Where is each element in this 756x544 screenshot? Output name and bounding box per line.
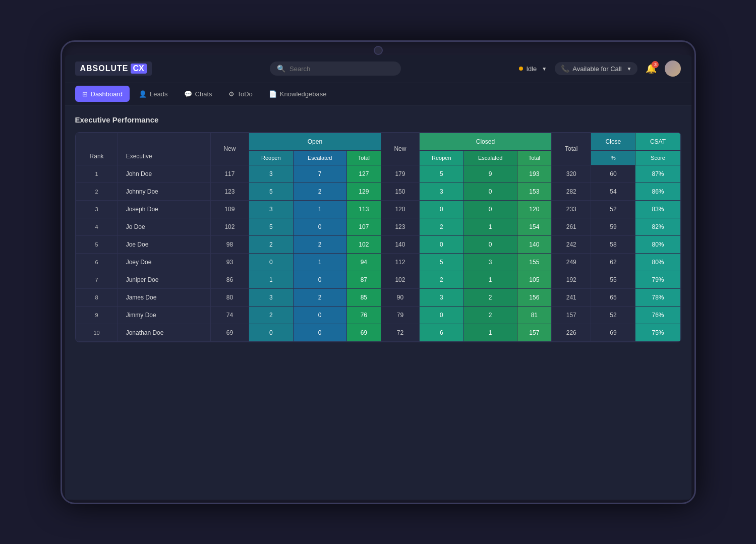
col-group-open: Open xyxy=(249,133,381,150)
cell-open-new: 117 xyxy=(211,165,249,183)
cell-closed-total: 105 xyxy=(517,271,551,288)
notification-bell[interactable]: 🔔 3 xyxy=(646,63,657,74)
cell-closed-new: 150 xyxy=(381,183,420,200)
cell-closed-reopen: 3 xyxy=(419,288,463,306)
cell-exec-name: Joey Doe xyxy=(118,253,210,271)
table-header-group1: Rank Executive New Open New Closed Total… xyxy=(76,133,680,150)
nav-label-knowledgebase: Knowledgebase xyxy=(280,90,327,98)
nav-item-dashboard[interactable]: ⊞ Dashboard xyxy=(75,86,130,102)
cell-closed-escalated: 2 xyxy=(463,288,517,306)
cell-open-escalated: 2 xyxy=(293,235,346,253)
nav-bar: ⊞ Dashboard 👤 Leads 💬 Chats ⚙ ToDo 📄 Kno… xyxy=(65,83,691,105)
cell-open-new: 98 xyxy=(211,235,249,253)
notification-count: 3 xyxy=(652,61,659,68)
status-label: Idle xyxy=(526,65,537,73)
avatar[interactable] xyxy=(665,61,681,77)
cell-closed-reopen: 0 xyxy=(419,306,463,324)
col-total: Total xyxy=(552,133,591,165)
cell-close-pct: 69 xyxy=(591,324,635,341)
cell-closed-escalated: 0 xyxy=(463,200,517,218)
cell-exec-name: John Doe xyxy=(118,165,210,183)
cell-open-reopen: 3 xyxy=(249,200,293,218)
cell-open-new: 69 xyxy=(211,324,249,341)
cell-csat-score: 78% xyxy=(635,288,680,306)
cell-open-escalated: 0 xyxy=(293,271,346,288)
cell-closed-escalated: 3 xyxy=(463,253,517,271)
search-input[interactable] xyxy=(289,65,394,73)
status-dropdown[interactable]: Idle ▼ xyxy=(519,65,547,73)
cell-closed-new: 79 xyxy=(381,306,420,324)
available-for-call-dropdown[interactable]: 📞 Available for Call ▼ xyxy=(555,62,637,75)
cell-closed-escalated: 1 xyxy=(463,324,517,341)
header: ABSOLUTE CX 🔍 Idle ▼ 📞 Available for Cal… xyxy=(65,55,691,83)
cell-csat-score: 80% xyxy=(635,253,680,271)
cell-total: 242 xyxy=(552,235,591,253)
cell-closed-escalated: 1 xyxy=(463,271,517,288)
cell-rank: 1 xyxy=(76,165,118,183)
cell-exec-name: Johnny Doe xyxy=(118,183,210,200)
cell-open-reopen: 0 xyxy=(249,253,293,271)
logo-cx: CX xyxy=(131,64,147,74)
cell-closed-reopen: 3 xyxy=(419,183,463,200)
cell-closed-total: 153 xyxy=(517,183,551,200)
cell-open-reopen: 5 xyxy=(249,183,293,200)
cell-total: 261 xyxy=(552,218,591,235)
todo-icon: ⚙ xyxy=(228,90,235,98)
cell-open-total: 127 xyxy=(346,165,381,183)
cell-exec-name: James Doe xyxy=(118,288,210,306)
dashboard-icon: ⊞ xyxy=(82,90,88,98)
nav-item-chats[interactable]: 💬 Chats xyxy=(177,86,219,102)
cell-csat-score: 83% xyxy=(635,200,680,218)
cell-closed-reopen: 5 xyxy=(419,165,463,183)
nav-label-chats: Chats xyxy=(195,90,212,98)
nav-item-leads[interactable]: 👤 Leads xyxy=(132,86,175,102)
col-csat-score-header: Score xyxy=(635,150,680,165)
cell-rank: 7 xyxy=(76,271,118,288)
cell-closed-total: 157 xyxy=(517,324,551,341)
cell-open-new: 109 xyxy=(211,200,249,218)
table-row: 1 John Doe 117 3 7 127 179 5 9 193 320 6… xyxy=(76,165,680,183)
cell-csat-score: 76% xyxy=(635,306,680,324)
screen: ABSOLUTE CX 🔍 Idle ▼ 📞 Available for Cal… xyxy=(65,55,691,500)
cell-close-pct: 52 xyxy=(591,306,635,324)
cell-close-pct: 52 xyxy=(591,200,635,218)
cell-exec-name: Jo Doe xyxy=(118,218,210,235)
cell-total: 249 xyxy=(552,253,591,271)
device-frame: ABSOLUTE CX 🔍 Idle ▼ 📞 Available for Cal… xyxy=(61,40,696,504)
cell-open-total: 102 xyxy=(346,235,381,253)
nav-item-todo[interactable]: ⚙ ToDo xyxy=(221,86,260,102)
cell-open-escalated: 7 xyxy=(293,165,346,183)
cell-close-pct: 59 xyxy=(591,218,635,235)
table-row: 2 Johnny Doe 123 5 2 129 150 3 0 153 282… xyxy=(76,183,680,200)
nav-item-knowledgebase[interactable]: 📄 Knowledgebase xyxy=(262,86,334,102)
logo: ABSOLUTE CX xyxy=(75,62,152,76)
col-open-total-header: Total xyxy=(346,150,381,165)
cell-open-new: 80 xyxy=(211,288,249,306)
cell-closed-new: 123 xyxy=(381,218,420,235)
performance-table-container: Rank Executive New Open New Closed Total… xyxy=(75,132,681,342)
cell-open-reopen: 3 xyxy=(249,165,293,183)
cell-closed-new: 140 xyxy=(381,235,420,253)
col-open-reopen-header: Reopen xyxy=(249,150,293,165)
cell-exec-name: Jimmy Doe xyxy=(118,306,210,324)
cell-open-new: 74 xyxy=(211,306,249,324)
cell-rank: 6 xyxy=(76,253,118,271)
cell-csat-score: 79% xyxy=(635,271,680,288)
cell-closed-reopen: 5 xyxy=(419,253,463,271)
cell-close-pct: 55 xyxy=(591,271,635,288)
cell-csat-score: 86% xyxy=(635,183,680,200)
col-rank: Rank xyxy=(76,133,118,165)
cell-rank: 10 xyxy=(76,324,118,341)
cell-total: 320 xyxy=(552,165,591,183)
cell-open-total: 85 xyxy=(346,288,381,306)
search-bar[interactable]: 🔍 xyxy=(270,62,401,76)
table-row: 3 Joseph Doe 109 3 1 113 120 0 0 120 233… xyxy=(76,200,680,218)
cell-open-escalated: 0 xyxy=(293,324,346,341)
cell-open-reopen: 0 xyxy=(249,324,293,341)
knowledgebase-icon: 📄 xyxy=(269,90,277,98)
leads-icon: 👤 xyxy=(139,90,147,98)
logo-text: ABSOLUTE xyxy=(80,64,129,73)
col-closed-total-header: Total xyxy=(517,150,551,165)
cell-open-total: 107 xyxy=(346,218,381,235)
cell-closed-escalated: 0 xyxy=(463,183,517,200)
